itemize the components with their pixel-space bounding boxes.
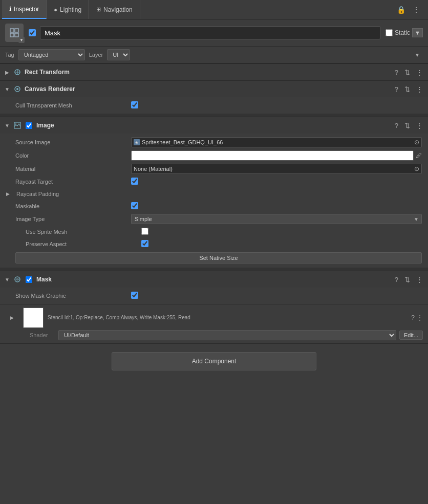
rect-transform-help[interactable]: ? xyxy=(394,69,399,76)
shader-row: Shader UI/Default Edit... xyxy=(5,330,423,340)
rect-transform-title: Rect Transform xyxy=(25,69,391,76)
source-image-row: Source Image ◈ Spritesheet_Best_GDHQ_UI_… xyxy=(0,136,428,149)
material-help-btn[interactable]: ? xyxy=(411,314,415,321)
image-component-icon xyxy=(13,121,22,129)
material-pick[interactable]: ⊙ xyxy=(414,165,419,172)
maskable-checkbox[interactable] xyxy=(131,202,138,209)
preserve-aspect-checkbox[interactable] xyxy=(141,240,148,247)
color-swatch[interactable] xyxy=(131,150,414,161)
image-tools: ? ⇅ ⋮ xyxy=(394,122,424,129)
canvas-renderer-settings[interactable]: ⇅ xyxy=(403,85,411,93)
image-type-label: Image Type xyxy=(15,216,128,222)
menu-button[interactable]: ⋮ xyxy=(411,5,422,15)
canvas-renderer-header[interactable]: ▼ Canvas Renderer ? ⇅ ⋮ xyxy=(0,81,428,97)
canvas-renderer-component: ▼ Canvas Renderer ? ⇅ ⋮ Cull Transparent… xyxy=(0,80,428,114)
image-help[interactable]: ? xyxy=(394,122,399,129)
canvas-renderer-chevron: ▼ xyxy=(4,86,10,92)
image-settings[interactable]: ⇅ xyxy=(403,122,411,129)
tag-select[interactable]: Untagged xyxy=(18,49,85,60)
tab-lighting-label: Lighting xyxy=(60,6,81,13)
material-section: ▶ Stencil Id:1, Op:Replace, Comp:Always,… xyxy=(0,304,428,343)
static-dropdown-button[interactable]: ▼ xyxy=(412,28,423,37)
rect-transform-settings[interactable]: ⇅ xyxy=(403,69,411,76)
source-image-label: Source Image xyxy=(15,139,128,145)
material-tools: ? ⋮ xyxy=(411,314,423,321)
raycast-target-checkbox[interactable] xyxy=(131,178,138,185)
show-mask-graphic-checkbox[interactable] xyxy=(131,292,138,299)
shader-label: Shader xyxy=(30,332,55,338)
source-image-pick[interactable]: ⊙ xyxy=(414,139,419,146)
shader-select[interactable]: UI/Default xyxy=(58,330,396,340)
mask-settings[interactable]: ⇅ xyxy=(403,276,411,283)
add-component-section: Add Component xyxy=(0,344,428,379)
image-type-row: Image Type Simple Sliced Tiled Filled ▼ xyxy=(0,212,428,226)
navigation-icon: ⊞ xyxy=(96,6,101,13)
image-type-value: Simple Sliced Tiled Filled ▼ xyxy=(131,214,422,224)
use-sprite-mesh-checkbox[interactable] xyxy=(141,228,148,235)
tab-navigation[interactable]: ⊞ Navigation xyxy=(89,0,140,19)
rect-transform-menu[interactable]: ⋮ xyxy=(415,69,424,76)
tab-inspector-label: Inspector xyxy=(14,6,39,13)
color-value: 🖊 xyxy=(131,150,422,161)
edit-shader-button[interactable]: Edit... xyxy=(399,331,423,340)
material-expand-chevron: ▶ xyxy=(10,315,14,320)
raycast-padding-row[interactable]: ▶ Raycast Padding xyxy=(0,188,428,200)
mask-chevron: ▼ xyxy=(4,277,10,282)
canvas-renderer-tools: ? ⇅ ⋮ xyxy=(394,85,424,93)
inspector-icon: ℹ xyxy=(9,6,11,12)
rect-transform-icon xyxy=(13,68,22,76)
lock-button[interactable]: 🔒 xyxy=(395,5,408,15)
image-menu[interactable]: ⋮ xyxy=(415,122,424,129)
tab-bar-tools: 🔒 ⋮ xyxy=(395,5,426,15)
svg-rect-3 xyxy=(15,33,18,37)
material-label: Material xyxy=(15,166,128,172)
mask-enabled-checkbox[interactable] xyxy=(26,276,32,283)
set-native-size-button[interactable]: Set Native Size xyxy=(15,252,422,264)
add-component-button[interactable]: Add Component xyxy=(112,352,316,370)
cull-transparent-checkbox[interactable] xyxy=(131,101,138,108)
source-image-field[interactable]: ◈ Spritesheet_Best_GDHQ_UI_66 ⊙ xyxy=(131,137,422,147)
layer-select[interactable]: UI xyxy=(107,49,130,60)
gameobject-name-input[interactable] xyxy=(40,26,380,39)
image-header[interactable]: ▼ Image ? ⇅ ⋮ xyxy=(0,117,428,134)
image-chevron: ▼ xyxy=(4,123,10,128)
canvas-renderer-help[interactable]: ? xyxy=(394,85,399,93)
material-field-name: None (Material) xyxy=(134,166,412,172)
material-field[interactable]: None (Material) ⊙ xyxy=(131,164,422,174)
static-checkbox[interactable] xyxy=(386,29,393,36)
preserve-aspect-row: Preserve Aspect xyxy=(0,238,428,250)
svg-point-8 xyxy=(16,88,18,90)
maskable-label: Maskable xyxy=(15,203,128,209)
material-swatch[interactable] xyxy=(23,308,44,328)
tab-navigation-label: Navigation xyxy=(103,6,133,13)
tab-inspector[interactable]: ℹ Inspector xyxy=(2,0,47,19)
raycast-target-label: Raycast Target xyxy=(15,179,128,185)
image-component: ▼ Image ? ⇅ ⋮ Source Image ◈ Spritesheet… xyxy=(0,117,428,268)
material-menu-btn[interactable]: ⋮ xyxy=(417,314,423,321)
static-label: Static xyxy=(395,29,410,36)
mask-header[interactable]: ▼ Mask ? ⇅ ⋮ xyxy=(0,271,428,288)
image-title: Image xyxy=(36,122,391,129)
mask-help[interactable]: ? xyxy=(394,276,399,283)
svg-rect-0 xyxy=(10,29,14,32)
image-enabled-checkbox[interactable] xyxy=(26,122,32,129)
material-stencil-text: Stencil Id:1, Op:Replace, Comp:Always, W… xyxy=(48,314,407,321)
gameobject-active-checkbox[interactable] xyxy=(29,29,36,36)
mask-component-icon xyxy=(13,275,22,283)
image-type-select[interactable]: Simple Sliced Tiled Filled xyxy=(131,214,422,224)
material-expand-btn[interactable]: ▶ xyxy=(5,313,19,322)
preserve-aspect-value xyxy=(141,240,422,249)
gameobject-icon-badge: ▼ xyxy=(18,37,25,43)
rect-transform-component: ▶ Rect Transform ? ⇅ ⋮ xyxy=(0,63,428,80)
lighting-icon: ● xyxy=(54,7,57,13)
color-eyedropper-icon[interactable]: 🖊 xyxy=(416,152,422,159)
layer-select-arrow: ▼ xyxy=(415,52,420,58)
tab-lighting[interactable]: ● Lighting xyxy=(47,0,89,19)
show-mask-graphic-label: Show Mask Graphic xyxy=(15,293,128,299)
canvas-renderer-menu[interactable]: ⋮ xyxy=(415,85,424,93)
mask-menu[interactable]: ⋮ xyxy=(415,276,424,283)
rect-transform-header[interactable]: ▶ Rect Transform ? ⇅ ⋮ xyxy=(0,64,428,80)
svg-rect-2 xyxy=(10,33,14,37)
gameobject-icon: ▼ xyxy=(5,24,24,42)
cull-transparent-value xyxy=(131,101,422,110)
